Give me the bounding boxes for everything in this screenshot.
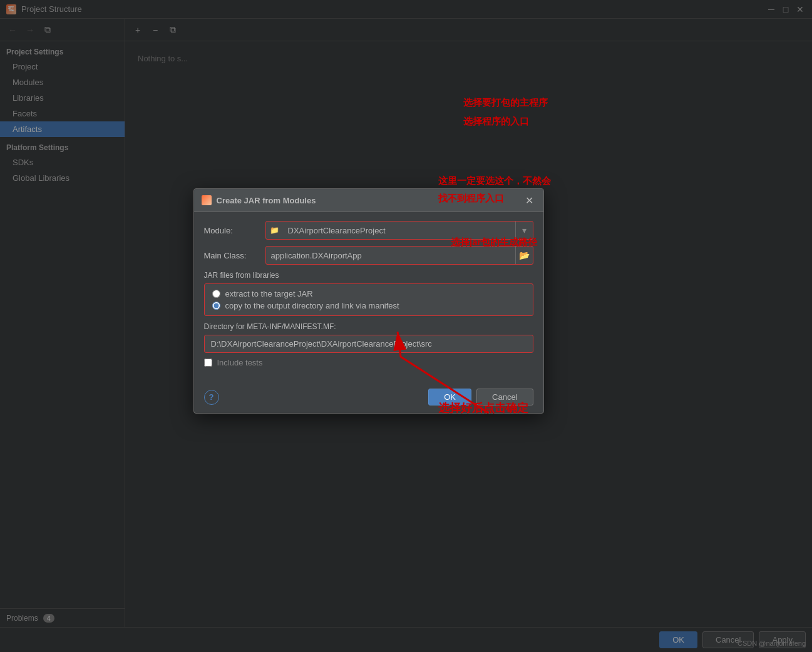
copy-radio[interactable] <box>212 302 220 310</box>
module-dropdown-icon[interactable]: ▾ <box>515 222 533 239</box>
dialog-ok-button[interactable]: OK <box>428 389 471 405</box>
extract-option-row[interactable]: extract to the target JAR <box>212 289 525 298</box>
create-jar-dialog: Create JAR from Modules ✕ Module: 📁 ▾ <box>193 188 544 414</box>
extract-radio-label: extract to the target JAR <box>225 289 313 298</box>
main-class-input-wrapper: 📂 <box>265 246 533 265</box>
module-label: Module: <box>204 226 260 235</box>
dialog-body: Module: 📁 ▾ Main Class: 📂 <box>194 212 543 384</box>
main-class-row: Main Class: 📂 <box>204 246 533 265</box>
annotation-module: 选择要打包的主程序 <box>463 97 548 109</box>
jar-options-group: extract to the target JAR copy to the ou… <box>204 283 533 316</box>
dialog-cancel-button[interactable]: Cancel <box>476 389 533 405</box>
main-window: 🏗 Project Structure ─ □ ✕ ← → ⧉ Project … <box>0 0 812 652</box>
annotation-warning1: 这里一定要选这个，不然会 <box>438 175 551 187</box>
annotation-main-class: 选择程序的入口 <box>463 116 529 128</box>
include-tests-checkbox[interactable] <box>204 359 212 367</box>
dialog-buttons: OK Cancel <box>428 389 533 405</box>
main-class-label: Main Class: <box>204 251 260 260</box>
module-input[interactable] <box>283 223 515 238</box>
extract-radio[interactable] <box>212 290 220 298</box>
dialog-title-bar: Create JAR from Modules ✕ <box>194 189 543 212</box>
module-folder-icon: 📁 <box>266 223 283 237</box>
include-tests-row: Include tests <box>204 358 533 367</box>
main-class-browse-icon[interactable]: 📂 <box>515 247 533 264</box>
dialog-close-button[interactable]: ✕ <box>523 194 536 206</box>
watermark: CSDN @nanjumufeng <box>737 639 806 647</box>
dialog-title: Create JAR from Modules <box>217 196 316 205</box>
dialog-footer: ? OK Cancel <box>194 384 543 413</box>
jar-files-label: JAR files from libraries <box>204 271 533 280</box>
copy-option-row[interactable]: copy to the output directory and link vi… <box>212 301 525 310</box>
dialog-icon <box>202 195 212 205</box>
directory-label: Directory for META-INF/MANIFEST.MF: <box>204 322 533 331</box>
copy-radio-label: copy to the output directory and link vi… <box>225 301 399 310</box>
module-row: Module: 📁 ▾ <box>204 221 533 240</box>
dialog-overlay: Create JAR from Modules ✕ Module: 📁 ▾ <box>0 0 812 652</box>
main-class-input[interactable] <box>266 248 515 263</box>
help-button[interactable]: ? <box>204 390 219 405</box>
directory-input[interactable] <box>211 339 527 349</box>
module-input-wrapper: 📁 ▾ <box>265 221 533 240</box>
include-tests-label: Include tests <box>217 358 263 367</box>
directory-input-wrapper <box>204 335 533 353</box>
